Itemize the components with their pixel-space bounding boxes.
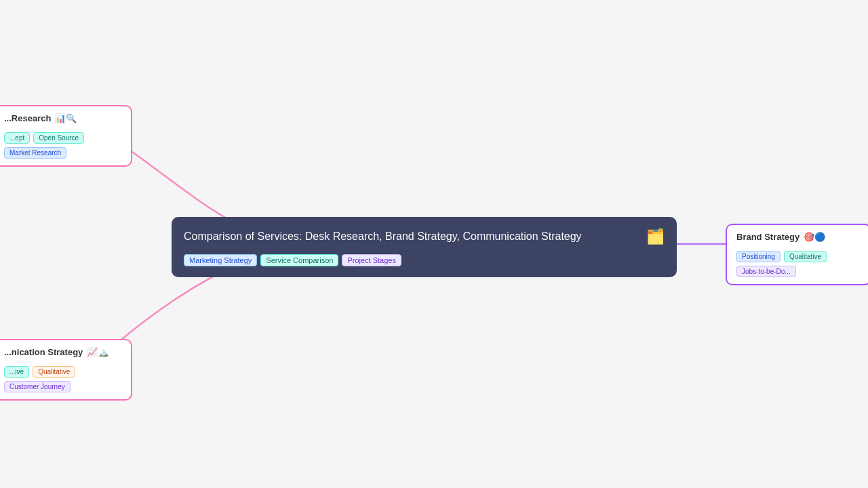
comm-strategy-title: ...nication Strategy bbox=[4, 347, 83, 357]
brand-strategy-node[interactable]: Brand Strategy 🎯🔵 Positioning Qualitativ… bbox=[726, 224, 868, 285]
tag-concept[interactable]: ...ept bbox=[4, 132, 30, 144]
central-title-row: Comparison of Services: Desk Research, B… bbox=[184, 228, 665, 245]
comm-strategy-title-row: ...nication Strategy 📈🏔️ bbox=[4, 347, 121, 357]
tag-jobs-to-be-done[interactable]: Jobs-to-be-Do... bbox=[736, 266, 796, 277]
tag-qualitative-brand[interactable]: Qualitative bbox=[784, 251, 827, 262]
comm-strategy-node[interactable]: ...nication Strategy 📈🏔️ ...ive Qualitat… bbox=[0, 339, 132, 401]
brand-strategy-icons: 🎯🔵 bbox=[804, 232, 825, 242]
market-research-title: ...Research bbox=[4, 113, 51, 123]
market-research-tags: ...ept Open Source Market Research bbox=[4, 132, 121, 159]
market-research-node[interactable]: ...Research 📊🔍 ...ept Open Source Market… bbox=[0, 105, 132, 167]
mind-map-canvas: Comparison of Services: Desk Research, B… bbox=[0, 0, 868, 488]
tag-customer-journey[interactable]: Customer Journey bbox=[4, 381, 71, 392]
comm-strategy-tags: ...ive Qualitative Customer Journey bbox=[4, 366, 121, 392]
central-content: Comparison of Services: Desk Research, B… bbox=[184, 230, 639, 243]
tag-open-source[interactable]: Open Source bbox=[33, 132, 84, 144]
tag-market-research[interactable]: Market Research bbox=[4, 147, 66, 159]
market-research-title-row: ...Research 📊🔍 bbox=[4, 113, 121, 123]
tag-project-stages[interactable]: Project Stages bbox=[342, 254, 401, 266]
brand-strategy-tags: Positioning Qualitative Jobs-to-be-Do... bbox=[736, 251, 861, 277]
brand-strategy-title: Brand Strategy bbox=[736, 232, 800, 242]
central-node[interactable]: Comparison of Services: Desk Research, B… bbox=[172, 217, 677, 277]
market-research-icons: 📊🔍 bbox=[55, 113, 77, 123]
tag-qualitative-comm[interactable]: Qualitative bbox=[33, 366, 75, 378]
central-node-tags: Marketing Strategy Service Comparison Pr… bbox=[184, 254, 665, 266]
central-node-icon: 🗂️ bbox=[646, 228, 665, 245]
central-node-title: Comparison of Services: Desk Research, B… bbox=[184, 230, 639, 243]
brand-strategy-title-row: Brand Strategy 🎯🔵 bbox=[736, 232, 861, 242]
tag-positioning[interactable]: Positioning bbox=[736, 251, 781, 262]
tag-marketing-strategy[interactable]: Marketing Strategy bbox=[184, 254, 257, 266]
tag-service-comparison[interactable]: Service Comparison bbox=[260, 254, 338, 266]
tag-narrative[interactable]: ...ive bbox=[4, 366, 29, 378]
comm-strategy-icons: 📈🏔️ bbox=[87, 347, 108, 357]
